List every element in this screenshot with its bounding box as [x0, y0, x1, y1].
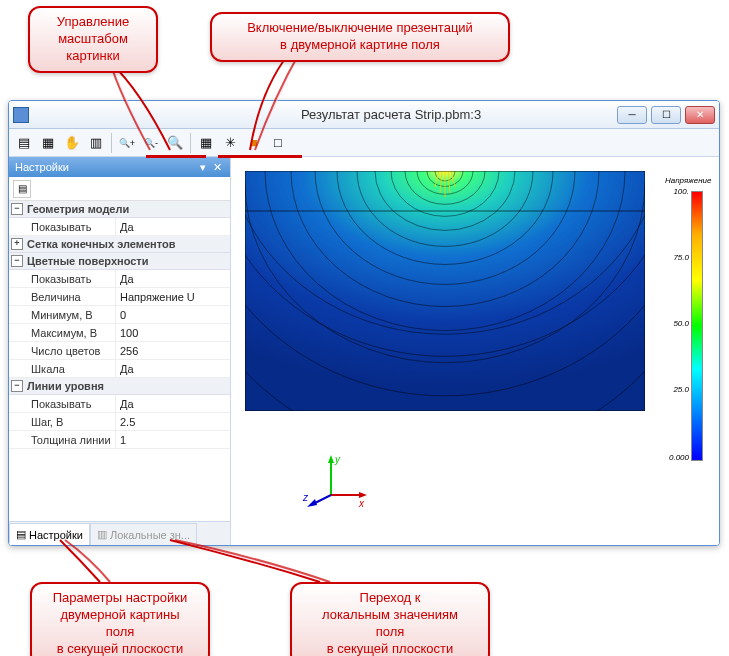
tab-local-label: Локальные зн...	[110, 529, 190, 541]
prop-section[interactable]: −Геометрия модели	[9, 201, 230, 218]
prop-row[interactable]: Шаг, В2.5	[9, 413, 230, 431]
expander-icon[interactable]: −	[11, 380, 23, 392]
toolbar: ▤▦✋▥🔍+🔍-🔍▦✳■□	[9, 129, 719, 157]
section-title: Цветные поверхности	[27, 255, 149, 267]
panel-pin-icon[interactable]: ▾	[196, 161, 210, 174]
svg-text:y: y	[334, 454, 341, 465]
prop-section[interactable]: +Сетка конечных элементов	[9, 236, 230, 253]
callout-local: Переход к локальным значениям поля в сек…	[290, 582, 490, 656]
doc-icon[interactable]: ▥	[85, 132, 107, 154]
prop-value[interactable]: Да	[115, 218, 230, 235]
outline-icon[interactable]: □	[267, 132, 289, 154]
prop-label: Максимум, В	[9, 327, 115, 339]
svg-rect-0	[245, 171, 645, 411]
prop-row[interactable]: Минимум, В0	[9, 306, 230, 324]
panel-tabs: ▤ Настройки ▥ Локальные зн...	[9, 521, 230, 545]
section-title: Сетка конечных элементов	[27, 238, 175, 250]
svg-marker-4	[328, 455, 334, 463]
cb-label-3: 25.0	[665, 385, 689, 394]
tab-settings[interactable]: ▤ Настройки	[9, 523, 90, 545]
prop-value[interactable]: Да	[115, 395, 230, 412]
panel-close-icon[interactable]: ✕	[210, 161, 224, 174]
svg-marker-10	[307, 499, 317, 507]
expander-icon[interactable]: −	[11, 255, 23, 267]
callout-zoom: Управление масштабом картинки	[28, 6, 158, 73]
prop-value[interactable]: 0	[115, 306, 230, 323]
prop-label: Шкала	[9, 363, 115, 375]
colorbar: Напряжение 100. 75.0 50.0 25.0 0.000	[665, 177, 711, 477]
callout-presentation: Включение/выключение презентаций в двуме…	[210, 12, 510, 62]
tree-icon[interactable]: ▤	[13, 132, 35, 154]
prop-section[interactable]: −Цветные поверхности	[9, 253, 230, 270]
tab-local-values[interactable]: ▥ Локальные зн...	[90, 523, 197, 545]
tab-settings-label: Настройки	[29, 529, 83, 541]
prop-label: Величина	[9, 291, 115, 303]
prop-row[interactable]: ПоказыватьДа	[9, 395, 230, 413]
prop-row[interactable]: Число цветов256	[9, 342, 230, 360]
tab-icon: ▤	[16, 528, 26, 541]
tab-icon: ▥	[97, 528, 107, 541]
prop-label: Показывать	[9, 221, 115, 233]
prop-toolbar: ▤	[9, 177, 230, 201]
prop-row[interactable]: ШкалаДа	[9, 360, 230, 378]
prop-row[interactable]: Толщина линии1	[9, 431, 230, 449]
prop-label: Шаг, В	[9, 416, 115, 428]
prop-label: Толщина линии	[9, 434, 115, 446]
prop-row[interactable]: ВеличинаНапряжение U	[9, 288, 230, 306]
section-title: Линии уровня	[27, 380, 104, 392]
close-button[interactable]: ✕	[685, 106, 715, 124]
fill-icon[interactable]: ■	[243, 132, 265, 154]
colorbar-gradient	[691, 191, 703, 461]
prop-value[interactable]: 2.5	[115, 413, 230, 430]
zoom-out-icon[interactable]: 🔍-	[140, 132, 162, 154]
grid-icon[interactable]: ▦	[195, 132, 217, 154]
prop-row[interactable]: ПоказыватьДа	[9, 218, 230, 236]
viewport[interactable]: y x z Напряжение 100. 75.0 50.0 25.0 0.0…	[231, 157, 719, 545]
marker-presentation	[218, 155, 302, 158]
plot-area: y x z	[245, 171, 659, 531]
marker-zoom	[146, 155, 206, 158]
prop-label: Показывать	[9, 273, 115, 285]
property-grid: −Геометрия моделиПоказыватьДа+Сетка коне…	[9, 201, 230, 521]
prop-value[interactable]: 100	[115, 324, 230, 341]
panel-header: Настройки ▾ ✕	[9, 157, 230, 177]
svg-text:z: z	[302, 492, 309, 503]
cb-label-2: 50.0	[665, 319, 689, 328]
prop-value[interactable]: 256	[115, 342, 230, 359]
titlebar: Результат расчета Strip.pbm:3 ─ ☐ ✕	[9, 101, 719, 129]
colorbar-title: Напряжение	[665, 177, 711, 185]
mesh-icon[interactable]: ✳	[219, 132, 241, 154]
cb-label-4: 0.000	[665, 453, 689, 462]
toolbar-separator	[111, 133, 112, 153]
expander-icon[interactable]: −	[11, 203, 23, 215]
window-title: Результат расчета Strip.pbm:3	[165, 107, 617, 122]
list-icon[interactable]: ▦	[37, 132, 59, 154]
prop-label: Минимум, В	[9, 309, 115, 321]
pan-icon[interactable]: ✋	[61, 132, 83, 154]
minimize-button[interactable]: ─	[617, 106, 647, 124]
zoom-fit-icon[interactable]: 🔍	[164, 132, 186, 154]
settings-panel: Настройки ▾ ✕ ▤ −Геометрия моделиПоказыв…	[9, 157, 231, 545]
prop-section[interactable]: −Линии уровня	[9, 378, 230, 395]
cb-label-1: 75.0	[665, 253, 689, 262]
prop-label: Показывать	[9, 398, 115, 410]
prop-row[interactable]: ПоказыватьДа	[9, 270, 230, 288]
expander-icon[interactable]: +	[11, 238, 23, 250]
prop-value[interactable]: 1	[115, 431, 230, 448]
field-plot	[245, 171, 645, 411]
panel-title: Настройки	[15, 161, 69, 173]
maximize-button[interactable]: ☐	[651, 106, 681, 124]
cb-label-0: 100.	[665, 187, 689, 196]
prop-row[interactable]: Максимум, В100	[9, 324, 230, 342]
prop-value[interactable]: Напряжение U	[115, 288, 230, 305]
result-window: Результат расчета Strip.pbm:3 ─ ☐ ✕ ▤▦✋▥…	[8, 100, 720, 546]
zoom-in-icon[interactable]: 🔍+	[116, 132, 138, 154]
prop-value[interactable]: Да	[115, 270, 230, 287]
svg-text:x: x	[358, 498, 365, 509]
axes-gizmo: y x z	[301, 453, 371, 513]
toolbar-separator	[190, 133, 191, 153]
prop-value[interactable]: Да	[115, 360, 230, 377]
app-icon	[13, 107, 29, 123]
prop-category-icon[interactable]: ▤	[13, 180, 31, 198]
prop-label: Число цветов	[9, 345, 115, 357]
